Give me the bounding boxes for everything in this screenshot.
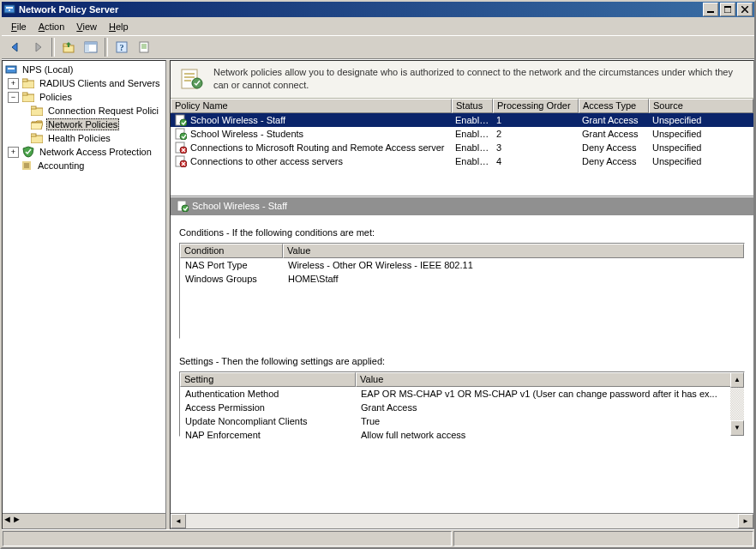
conditions-table: Condition Value NAS Port TypeWireless - …: [179, 243, 745, 339]
policy-order: 4: [493, 156, 579, 166]
setting-value: True: [356, 416, 730, 426]
menu-action[interactable]: Action: [33, 20, 71, 33]
tree-radius[interactable]: + RADIUS Clients and Servers: [3, 76, 165, 90]
properties-button[interactable]: [134, 37, 154, 57]
minimize-button[interactable]: [703, 3, 718, 16]
content-hscroll[interactable]: ◄ ►: [171, 513, 753, 528]
setting-row[interactable]: Authentication MethodEAP OR MS-CHAP v1 O…: [180, 387, 730, 401]
policy-name: Connections to Microsoft Routing and Rem…: [190, 142, 445, 153]
policy-name: School Wireless - Students: [190, 129, 303, 139]
detail-body: Conditions - If the following conditions…: [171, 215, 753, 513]
help-button[interactable]: ?: [111, 37, 132, 57]
close-button[interactable]: [737, 3, 753, 16]
policy-deny-icon: [174, 155, 188, 167]
col-access[interactable]: Access Type: [579, 99, 649, 113]
setting-value: EAP OR MS-CHAP v1 OR MS-CHAP v1 (User ca…: [356, 389, 730, 399]
svg-rect-24: [22, 93, 27, 95]
policy-list-header: Policy Name Status Processing Order Acce…: [171, 99, 753, 113]
condition-value: HOME\Staff: [283, 274, 744, 284]
menubar: File Action View Help: [2, 17, 754, 35]
tree-policies[interactable]: − Policies: [3, 90, 165, 104]
setting-row[interactable]: Update Noncompliant ClientsTrue: [180, 414, 730, 428]
info-banner: Network policies allow you to designate …: [171, 61, 753, 99]
nav-tree[interactable]: NPS (Local) + RADIUS Clients and Servers…: [3, 61, 165, 513]
tree-hscroll[interactable]: ◄ ►: [3, 513, 165, 528]
policy-status: Enabled: [452, 115, 493, 125]
policy-row[interactable]: School Wireless - StudentsEnabled2Grant …: [171, 127, 753, 141]
policy-list-body[interactable]: School Wireless - StaffEnabled1Grant Acc…: [171, 113, 753, 196]
tree-connection-request[interactable]: Connection Request Polici: [3, 104, 165, 118]
col-status[interactable]: Status: [452, 99, 493, 113]
detail-title: School Wireless - Staff: [192, 201, 287, 211]
back-button[interactable]: [5, 37, 26, 57]
tree-accounting[interactable]: Accounting: [3, 159, 165, 172]
svg-rect-38: [184, 80, 191, 81]
policy-list: Policy Name Status Processing Order Acce…: [171, 99, 753, 196]
policy-access: Grant Access: [579, 129, 649, 139]
menu-view[interactable]: View: [70, 20, 103, 33]
policy-source: Unspecified: [649, 129, 753, 139]
setting-name: Update Noncompliant Clients: [180, 416, 356, 426]
scroll-left-icon[interactable]: ◄: [171, 514, 186, 528]
up-button[interactable]: [58, 37, 79, 57]
scroll-down-icon[interactable]: ▼: [730, 420, 744, 436]
tree-root[interactable]: NPS (Local): [3, 63, 165, 76]
setting-value: Grant Access: [356, 402, 730, 413]
status-well-2: [453, 531, 753, 546]
expander-icon[interactable]: +: [8, 78, 19, 89]
condition-row[interactable]: NAS Port TypeWireless - Other OR Wireles…: [180, 258, 744, 272]
scroll-right-icon[interactable]: ►: [738, 514, 753, 528]
policy-row[interactable]: Connections to Microsoft Routing and Rem…: [171, 141, 753, 154]
tree-nap[interactable]: + Network Access Protection: [3, 145, 165, 159]
tree-network-policies[interactable]: Network Policies: [3, 118, 165, 131]
scroll-right-icon[interactable]: ►: [12, 514, 21, 528]
tree-health-policies[interactable]: Health Policies: [3, 131, 165, 145]
svg-rect-0: [4, 5, 15, 13]
menu-file[interactable]: File: [5, 20, 33, 33]
folder-icon: [30, 132, 44, 144]
scroll-track[interactable]: [186, 514, 738, 528]
scroll-up-icon[interactable]: ▲: [730, 372, 744, 388]
settings-body[interactable]: Authentication MethodEAP OR MS-CHAP v1 O…: [180, 387, 730, 442]
folder-icon: [30, 105, 44, 117]
scroll-track[interactable]: [730, 388, 744, 420]
col-policy-name[interactable]: Policy Name: [171, 99, 452, 113]
col-setting[interactable]: Setting: [180, 372, 356, 387]
policy-source: Unspecified: [649, 156, 753, 166]
toolbar-separator-2: [105, 38, 108, 57]
condition-name: Windows Groups: [180, 274, 283, 284]
col-setting-value[interactable]: Value: [356, 372, 744, 387]
conditions-body[interactable]: NAS Port TypeWireless - Other OR Wireles…: [180, 258, 744, 286]
policy-row[interactable]: School Wireless - StaffEnabled1Grant Acc…: [171, 113, 753, 127]
policy-status: Enabled: [452, 142, 493, 153]
expander-icon[interactable]: −: [8, 92, 19, 103]
folder-open-icon: [21, 91, 35, 103]
setting-row[interactable]: Access PermissionGrant Access: [180, 401, 730, 414]
settings-table: Setting Value Authentication MethodEAP O…: [179, 371, 745, 437]
policy-row[interactable]: Connections to other access serversEnabl…: [171, 154, 753, 168]
col-condition[interactable]: Condition: [180, 244, 283, 258]
window-title: Network Policy Server: [19, 4, 703, 15]
toolbar: ?: [2, 35, 754, 59]
col-value[interactable]: Value: [283, 244, 744, 258]
forward-button[interactable]: [27, 37, 48, 57]
policy-access: Deny Access: [579, 142, 649, 153]
scroll-left-icon[interactable]: ◄: [3, 514, 12, 528]
folder-icon: [21, 77, 35, 89]
client-area: NPS (Local) + RADIUS Clients and Servers…: [2, 59, 754, 529]
shield-icon: [21, 146, 35, 158]
settings-vscroll[interactable]: ▲ ▼: [730, 372, 744, 436]
svg-rect-11: [85, 42, 97, 45]
setting-name: Authentication Method: [180, 389, 356, 399]
info-text: Network policies allow you to designate …: [213, 66, 747, 93]
col-order[interactable]: Processing Order: [493, 99, 579, 113]
condition-row[interactable]: Windows GroupsHOME\Staff: [180, 272, 744, 286]
maximize-button[interactable]: [720, 3, 735, 16]
expander-icon[interactable]: +: [8, 147, 19, 158]
policy-name: School Wireless - Staff: [190, 115, 285, 125]
col-source[interactable]: Source: [649, 99, 753, 113]
setting-row[interactable]: NAP EnforcementAllow full network access: [180, 428, 730, 442]
policy-source: Unspecified: [649, 115, 753, 125]
show-hide-tree-button[interactable]: [81, 37, 101, 57]
menu-help[interactable]: Help: [103, 20, 135, 33]
